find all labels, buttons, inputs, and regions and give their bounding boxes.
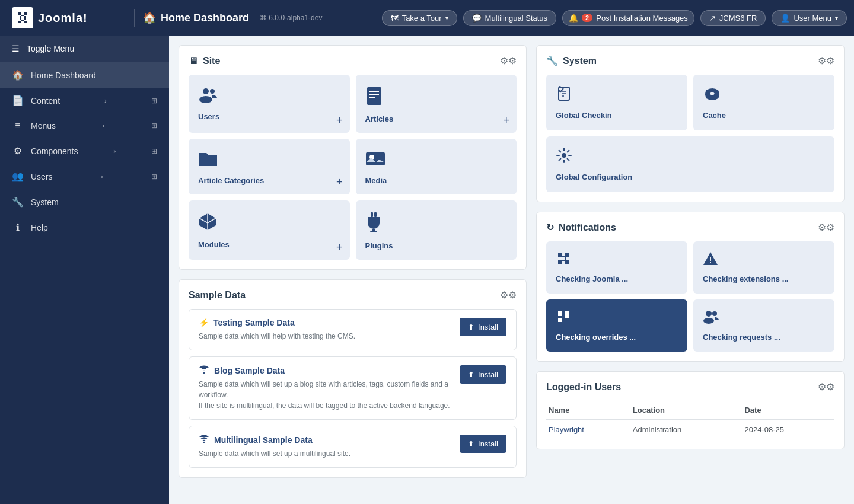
site-tile-article-categories[interactable]: Article Categories + bbox=[189, 139, 350, 194]
user-menu-button[interactable]: 👤 User Menu ▾ bbox=[772, 10, 847, 26]
users-tile-plus[interactable]: + bbox=[336, 114, 343, 127]
logo-area: Joomla! bbox=[7, 7, 126, 28]
system-panel: 🔧 System ⚙⚙ bbox=[536, 45, 845, 202]
site-panel-gear[interactable]: ⚙⚙ bbox=[500, 55, 517, 66]
content-icon: 📄 bbox=[12, 95, 24, 106]
grid-icon-components[interactable]: ⊞ bbox=[151, 147, 157, 155]
col-location: Location bbox=[630, 401, 743, 420]
refresh-icon: ↻ bbox=[546, 222, 554, 233]
svg-point-23 bbox=[703, 318, 714, 324]
nav-page-title: 🏠 Home Dashboard bbox=[143, 11, 249, 24]
sample-item-multilingual: Multilingual Sample Data Sample data whi… bbox=[189, 426, 517, 468]
notif-tile-checking-requests[interactable]: Checking requests ... bbox=[693, 299, 834, 352]
notifications-button[interactable]: 🔔 2 Post Installation Messages bbox=[562, 10, 694, 26]
notifications-panel-gear[interactable]: ⚙⚙ bbox=[818, 222, 834, 233]
sidebar-item-menus[interactable]: ≡ Menus › ⊞ bbox=[0, 113, 169, 138]
notif-tile-checking-overrides[interactable]: Checking overrides ... bbox=[546, 299, 687, 352]
user-name-cell[interactable]: Playwright bbox=[546, 420, 630, 439]
svg-point-17 bbox=[562, 153, 566, 158]
svg-rect-12 bbox=[370, 231, 377, 232]
checking-overrides-label: Checking overrides ... bbox=[556, 333, 636, 342]
modules-tile-icon bbox=[198, 212, 217, 235]
sidebar-item-components[interactable]: ⚙ Components › ⊞ bbox=[0, 138, 169, 164]
system-panel-header: 🔧 System ⚙⚙ bbox=[546, 55, 834, 66]
svg-point-16 bbox=[559, 86, 561, 88]
testing-sample-title: ⚡ Testing Sample Data bbox=[199, 318, 453, 327]
sidebar-item-system[interactable]: 🔧 System bbox=[0, 189, 169, 215]
grid-icon-menus[interactable]: ⊞ bbox=[151, 122, 157, 130]
version-label: ⌘ 6.0.0-alpha1-dev bbox=[260, 14, 322, 22]
plugins-tile-label: Plugins bbox=[365, 241, 393, 250]
jcms-button[interactable]: ↗ JCMS6 FR bbox=[700, 10, 766, 26]
joomla-check-icon bbox=[556, 251, 571, 270]
svg-point-2 bbox=[199, 96, 212, 103]
wifi-icon-blog bbox=[199, 365, 209, 375]
notif-tile-checking-extensions[interactable]: Checking extensions ... bbox=[693, 241, 834, 294]
svg-point-22 bbox=[712, 311, 717, 316]
svg-rect-7 bbox=[366, 152, 385, 165]
notifications-panel-header: ↻ Notifications ⚙⚙ bbox=[546, 222, 834, 233]
logged-in-users-panel: Logged-in Users ⚙⚙ Name Location Date bbox=[536, 371, 845, 449]
sample-data-panel-header: Sample Data ⚙⚙ bbox=[189, 289, 517, 301]
wrench-icon: 🔧 bbox=[546, 55, 558, 66]
sidebar-item-help[interactable]: ℹ Help bbox=[0, 215, 169, 240]
site-panel-header: 🖥 Site ⚙⚙ bbox=[189, 55, 517, 66]
system-tile-global-checkin[interactable]: Global Checkin bbox=[546, 75, 687, 130]
left-column: 🖥 Site ⚙⚙ bbox=[179, 45, 527, 495]
blog-sample-title: Blog Sample Data bbox=[199, 365, 453, 375]
multilingual-icon: 💬 bbox=[472, 14, 482, 23]
media-tile-icon bbox=[365, 151, 385, 171]
sample-item-blog: Blog Sample Data Sample data which will … bbox=[189, 356, 517, 420]
site-tile-plugins[interactable]: Plugins bbox=[356, 200, 517, 260]
modules-tile-plus[interactable]: + bbox=[336, 241, 343, 254]
arrow-right-icon-2: › bbox=[103, 122, 105, 130]
table-row: Playwright Administration 2024-08-25 bbox=[546, 420, 834, 439]
chevron-down-icon-2: ▾ bbox=[835, 15, 838, 21]
multilingual-sample-content: Multilingual Sample Data Sample data whi… bbox=[199, 435, 453, 459]
svg-rect-5 bbox=[369, 94, 379, 95]
users-tile-label: Users bbox=[198, 112, 219, 121]
svg-point-21 bbox=[706, 311, 712, 317]
notif-tile-checking-joomla[interactable]: Checking Joomla ... bbox=[546, 241, 687, 294]
site-tile-modules[interactable]: Modules + bbox=[189, 200, 350, 260]
testing-sample-content: ⚡ Testing Sample Data Sample data which … bbox=[199, 318, 453, 342]
toggle-menu-button[interactable]: ☰ Toggle Menu bbox=[0, 36, 169, 62]
requests-check-icon bbox=[703, 309, 721, 328]
svg-rect-9 bbox=[371, 212, 373, 217]
sidebar-item-home-dashboard[interactable]: 🏠 Home Dashboard bbox=[0, 62, 169, 88]
system-panel-gear[interactable]: ⚙⚙ bbox=[818, 55, 834, 66]
site-tile-media[interactable]: Media bbox=[356, 139, 517, 194]
svg-point-0 bbox=[203, 88, 209, 94]
multilingual-sample-desc: Sample data which will set up a multilin… bbox=[199, 448, 453, 459]
grid-icon-users[interactable]: ⊞ bbox=[151, 173, 157, 181]
extensions-check-icon bbox=[703, 251, 718, 270]
multilingual-status-button[interactable]: 💬 Multilingual Status bbox=[463, 10, 557, 26]
right-column: 🔧 System ⚙⚙ bbox=[536, 45, 845, 495]
joomla-logo-icon bbox=[12, 7, 33, 28]
system-tile-global-configuration[interactable]: Global Configuration bbox=[546, 136, 834, 192]
notifications-panel-title: ↻ Notifications bbox=[546, 222, 616, 233]
article-categories-tile-plus[interactable]: + bbox=[336, 176, 343, 189]
site-tiles-grid: Users + Articles bbox=[189, 75, 517, 260]
site-tile-articles[interactable]: Articles + bbox=[356, 75, 517, 133]
testing-sample-desc: Sample data which will help with testing… bbox=[199, 331, 453, 342]
site-tile-users[interactable]: Users + bbox=[189, 75, 350, 133]
article-categories-tile-label: Article Categories bbox=[198, 176, 264, 185]
overrides-check-icon bbox=[556, 309, 571, 328]
logged-in-users-panel-gear[interactable]: ⚙⚙ bbox=[818, 381, 834, 393]
install-multilingual-button[interactable]: ⬆ Install bbox=[460, 435, 506, 453]
nav-divider-1 bbox=[134, 9, 135, 27]
svg-rect-10 bbox=[374, 212, 377, 217]
grid-icon-content[interactable]: ⊞ bbox=[151, 97, 157, 105]
system-panel-title: 🔧 System bbox=[546, 55, 597, 66]
sidebar-item-content[interactable]: 📄 Content › ⊞ bbox=[0, 88, 169, 113]
sample-data-panel-gear[interactable]: ⚙⚙ bbox=[500, 289, 517, 301]
install-testing-button[interactable]: ⬆ Install bbox=[460, 318, 506, 336]
system-tile-cache[interactable]: Cache bbox=[693, 75, 834, 130]
multilingual-sample-title: Multilingual Sample Data bbox=[199, 435, 453, 445]
svg-rect-3 bbox=[367, 87, 381, 105]
take-tour-button[interactable]: 🗺 Take a Tour ▾ bbox=[382, 10, 457, 26]
articles-tile-plus[interactable]: + bbox=[503, 114, 509, 127]
sidebar-item-users[interactable]: 👥 Users › ⊞ bbox=[0, 164, 169, 189]
install-blog-button[interactable]: ⬆ Install bbox=[460, 365, 506, 384]
